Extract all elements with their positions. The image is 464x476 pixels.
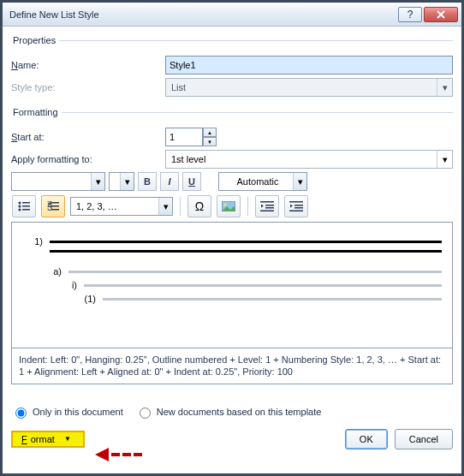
list-preview: 1) a) i) (1): [11, 222, 453, 348]
properties-legend: Properties: [11, 35, 59, 45]
apply-to-value: 1st level: [171, 154, 205, 164]
decrease-indent-button[interactable]: [255, 195, 279, 217]
annotation-arrow: [95, 448, 142, 461]
font-size-dropdown[interactable]: ▾: [109, 172, 134, 191]
insert-symbol-button[interactable]: Ω: [187, 195, 211, 217]
svg-rect-6: [51, 202, 59, 204]
preview-level-4: (1): [22, 294, 103, 304]
bullet-list-button[interactable]: [12, 195, 36, 217]
properties-group: Properties Name: Style type: List ▾: [11, 35, 453, 100]
spin-up-icon[interactable]: ▲: [203, 128, 217, 137]
numbered-list-button[interactable]: 123: [41, 195, 65, 217]
cancel-button[interactable]: Cancel: [395, 429, 453, 449]
svg-rect-7: [51, 205, 59, 207]
svg-rect-20: [294, 207, 303, 209]
formatting-legend: Formatting: [11, 107, 62, 117]
svg-rect-5: [22, 209, 30, 211]
apply-to-label: Apply formatting to:: [11, 154, 165, 164]
bold-button[interactable]: B: [138, 172, 157, 191]
separator: [247, 197, 248, 216]
font-color-dropdown[interactable]: Automatic ▾: [218, 172, 307, 191]
svg-point-0: [19, 202, 21, 205]
preview-level-1: 1): [22, 236, 50, 247]
chevron-down-icon[interactable]: ▾: [437, 151, 452, 168]
svg-rect-18: [289, 201, 303, 203]
number-format-value: 1, 2, 3, …: [76, 201, 117, 211]
insert-picture-button[interactable]: [217, 195, 241, 217]
svg-rect-1: [22, 202, 30, 204]
spin-down-icon[interactable]: ▼: [203, 137, 217, 146]
close-button[interactable]: [424, 7, 458, 22]
chevron-down-icon: ▾: [293, 173, 306, 190]
name-input[interactable]: [165, 56, 453, 74]
svg-rect-19: [294, 205, 303, 206]
svg-rect-16: [265, 207, 274, 209]
ok-button[interactable]: OK: [345, 429, 388, 449]
svg-point-13: [224, 204, 227, 206]
svg-rect-8: [51, 209, 59, 211]
chevron-down-icon: ▾: [120, 173, 134, 190]
chevron-down-icon: ▾: [437, 79, 452, 96]
svg-rect-15: [265, 205, 274, 206]
chevron-down-icon: ▼: [64, 435, 71, 443]
style-type-label: Style type:: [11, 82, 165, 92]
template-documents-radio[interactable]: New documents based on this template: [135, 405, 322, 419]
help-button[interactable]: ?: [398, 7, 422, 22]
name-label: Name:: [11, 60, 165, 70]
font-color-value: Automatic: [237, 176, 279, 187]
style-type-dropdown: List ▾: [165, 78, 453, 97]
svg-rect-3: [22, 205, 30, 207]
style-description: Indent: Left: 0", Hanging: 0.25", Outlin…: [11, 348, 453, 384]
style-type-value: List: [171, 82, 186, 92]
increase-indent-button[interactable]: [284, 195, 308, 217]
font-family-dropdown[interactable]: ▾: [11, 172, 105, 191]
start-at-spinner[interactable]: ▲ ▼: [165, 128, 453, 146]
svg-text:3: 3: [47, 202, 52, 211]
formatting-group: Formatting Start at: ▲ ▼ Apply formattin…: [11, 107, 453, 384]
start-at-input[interactable]: [165, 128, 203, 146]
svg-rect-21: [289, 211, 303, 212]
svg-point-4: [19, 209, 21, 211]
separator: [180, 197, 181, 216]
svg-point-2: [19, 205, 21, 208]
preview-level-2: a): [22, 266, 68, 277]
start-at-label: Start at:: [11, 132, 165, 142]
format-button[interactable]: Format ▼: [11, 431, 85, 448]
underline-button[interactable]: U: [182, 172, 201, 191]
preview-level-3: i): [22, 280, 84, 290]
number-format-dropdown[interactable]: 1, 2, 3, … ▾: [70, 197, 173, 216]
dialog-title: Define New List Style: [9, 9, 396, 20]
only-this-document-radio[interactable]: Only in this document: [11, 405, 123, 419]
apply-to-dropdown[interactable]: 1st level ▾: [165, 150, 453, 169]
italic-button[interactable]: I: [160, 172, 179, 191]
chevron-down-icon: ▾: [91, 173, 104, 190]
svg-rect-17: [260, 211, 274, 212]
svg-rect-14: [260, 201, 274, 203]
chevron-down-icon: ▾: [158, 198, 172, 215]
title-bar: Define New List Style ?: [3, 3, 461, 27]
